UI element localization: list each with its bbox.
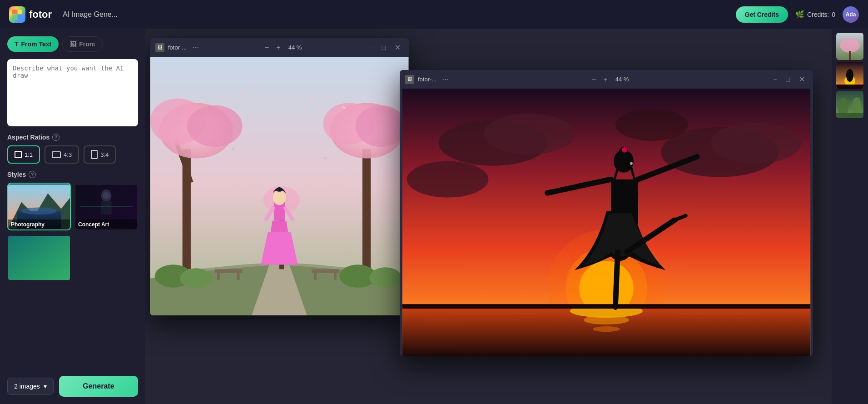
styles-label: Styles ? bbox=[7, 171, 138, 178]
svg-rect-30 bbox=[237, 273, 240, 280]
prompt-wrapper bbox=[7, 59, 138, 126]
svg-rect-1 bbox=[18, 10, 22, 14]
style-photography[interactable]: Photography bbox=[7, 183, 71, 230]
svg-rect-22 bbox=[362, 149, 371, 269]
svg-rect-33 bbox=[334, 273, 337, 280]
popup2-more-button[interactable]: ··· bbox=[440, 74, 451, 85]
svg-point-56 bbox=[711, 123, 802, 164]
popup2-center: − + 44 % bbox=[590, 75, 631, 85]
credits-label: Credits: bbox=[807, 11, 829, 18]
tab-row: T From Text 🖼 From bbox=[7, 36, 138, 52]
svg-point-77 bbox=[630, 162, 633, 165]
svg-point-14 bbox=[103, 192, 110, 200]
style-concept-art[interactable]: Concept Art bbox=[74, 183, 138, 230]
svg-point-21 bbox=[187, 105, 243, 147]
images-select[interactable]: 2 images ▾ bbox=[7, 378, 54, 395]
popup2-zoom-value: 44 % bbox=[613, 76, 631, 83]
svg-point-57 bbox=[615, 109, 688, 141]
popup2-maximize-button[interactable]: □ bbox=[784, 75, 793, 84]
styles-grid: Photography bbox=[7, 183, 138, 282]
svg-rect-0 bbox=[12, 10, 17, 14]
popup2-titlebar: 🖼 fotor-... ··· − + 44 % − □ ✕ bbox=[400, 70, 813, 89]
popup2-filename: fotor-... bbox=[418, 76, 436, 83]
style-third[interactable] bbox=[7, 234, 71, 282]
sidebar: T From Text 🖼 From Aspect Ratios ? 1:1 bbox=[0, 29, 145, 404]
svg-point-54 bbox=[484, 114, 575, 155]
svg-point-25 bbox=[356, 105, 407, 147]
concept-art-label: Concept Art bbox=[75, 219, 137, 229]
leaf-icon: 🌿 bbox=[795, 10, 804, 19]
navbar: fotor AI Image Gene... Get Credits 🌿 Cre… bbox=[0, 0, 868, 29]
popup1-titlebar: 🖼 fotor-... ··· − + 44 % − □ ✕ bbox=[150, 38, 409, 57]
nav-title: AI Image Gene... bbox=[63, 10, 118, 19]
svg-point-73 bbox=[613, 301, 618, 310]
credits-display: 🌿 Credits: 0 bbox=[795, 10, 835, 19]
from-text-tab[interactable]: T From Text bbox=[7, 36, 59, 52]
popup2-minimize-button[interactable]: − bbox=[770, 75, 779, 84]
svg-rect-82 bbox=[849, 51, 851, 60]
logo-text: fotor bbox=[29, 9, 52, 20]
svg-rect-90 bbox=[836, 113, 863, 118]
popup1-more-button[interactable]: ··· bbox=[190, 42, 201, 53]
right-thumb-3[interactable] bbox=[836, 91, 863, 118]
image-icon: 🖼 bbox=[70, 40, 76, 48]
get-credits-button[interactable]: Get Credits bbox=[736, 6, 788, 23]
svg-rect-3 bbox=[18, 15, 22, 20]
popup2-zoom-out-button[interactable]: − bbox=[590, 75, 598, 85]
svg-point-37 bbox=[369, 267, 402, 288]
right-thumb-2[interactable] bbox=[836, 62, 863, 89]
bottom-bar: 2 images ▾ Generate bbox=[7, 372, 138, 397]
from-image-label: From bbox=[79, 40, 95, 48]
svg-point-76 bbox=[622, 147, 627, 153]
from-image-tab[interactable]: 🖼 From bbox=[62, 36, 103, 52]
chevron-down-icon: ▾ bbox=[44, 383, 47, 390]
popup2-close-button[interactable]: ✕ bbox=[796, 74, 808, 85]
popup1-left: 🖼 fotor-... ··· bbox=[155, 42, 201, 53]
svg-rect-31 bbox=[312, 269, 339, 273]
popup2-zoom-in-button[interactable]: + bbox=[601, 75, 609, 85]
logo-icon bbox=[9, 6, 25, 23]
svg-rect-32 bbox=[314, 273, 317, 280]
right-panel bbox=[832, 29, 868, 404]
aspect-4-3-button[interactable]: 4:3 bbox=[45, 145, 79, 164]
popup1-zoom-value: 44 % bbox=[286, 44, 304, 51]
avatar-label: Ada bbox=[846, 11, 856, 18]
prompt-textarea[interactable] bbox=[13, 65, 133, 119]
svg-rect-12 bbox=[101, 201, 111, 214]
photography-label: Photography bbox=[8, 219, 70, 229]
aspect-1-1-label: 1:1 bbox=[25, 151, 33, 158]
popup1-image-area bbox=[150, 57, 409, 315]
aspect-ratios-label: Aspect Ratios ? bbox=[7, 134, 138, 141]
right-thumb-1[interactable] bbox=[836, 33, 863, 60]
svg-rect-28 bbox=[215, 269, 243, 273]
styles-section: Styles ? bbox=[7, 171, 138, 282]
popup1-close-button[interactable]: ✕ bbox=[392, 42, 403, 53]
popup1-center: − + 44 % bbox=[263, 43, 304, 53]
popup2-right: − □ ✕ bbox=[770, 74, 808, 85]
svg-point-61 bbox=[584, 315, 629, 324]
popup2-image-area bbox=[400, 89, 813, 356]
generate-button[interactable]: Generate bbox=[59, 376, 138, 397]
popup2-img-icon: 🖼 bbox=[405, 75, 414, 84]
popup1-zoom-out-button[interactable]: − bbox=[263, 43, 271, 53]
aspect-help-icon[interactable]: ? bbox=[52, 134, 60, 141]
aspect-3-4-button[interactable]: 3:4 bbox=[84, 145, 116, 164]
svg-rect-15 bbox=[8, 236, 70, 280]
navbar-right: Get Credits 🌿 Credits: 0 Ada bbox=[736, 6, 859, 23]
popup1-maximize-button[interactable]: □ bbox=[379, 43, 388, 52]
aspect-1-1-button[interactable]: 1:1 bbox=[7, 145, 40, 164]
logo: fotor bbox=[9, 6, 52, 23]
svg-rect-66 bbox=[402, 304, 810, 309]
popup1-zoom-in-button[interactable]: + bbox=[274, 43, 282, 53]
svg-rect-29 bbox=[217, 273, 220, 280]
styles-help-icon[interactable]: ? bbox=[29, 171, 36, 178]
landscape-icon bbox=[52, 151, 61, 158]
third-style-thumbnail bbox=[8, 235, 70, 281]
from-text-label: From Text bbox=[21, 40, 52, 48]
svg-point-42 bbox=[276, 188, 283, 192]
avatar[interactable]: Ada bbox=[843, 6, 859, 23]
images-count-label: 2 images bbox=[14, 383, 40, 390]
popup1-minimize-button[interactable]: − bbox=[366, 43, 375, 52]
svg-line-70 bbox=[615, 252, 618, 304]
svg-point-35 bbox=[180, 268, 213, 289]
